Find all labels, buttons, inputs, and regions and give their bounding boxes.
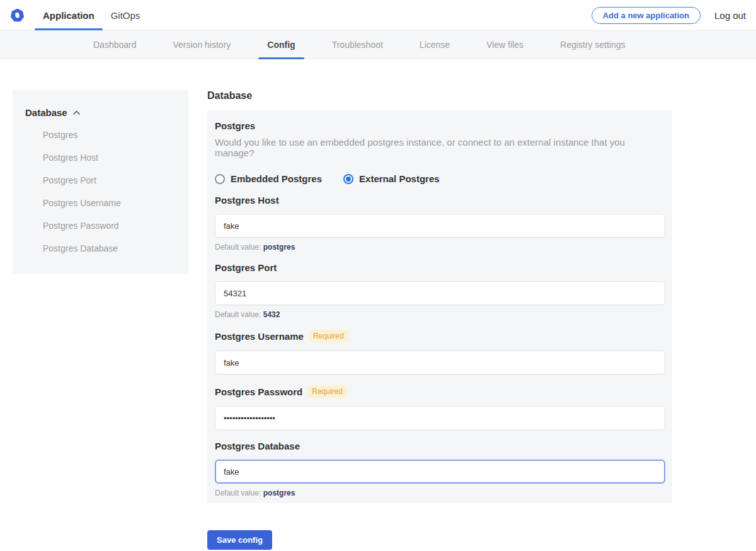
chevron-up-icon [72, 110, 81, 115]
postgres-database-default: Default value: postgres [215, 489, 665, 497]
subnav-item-troubleshoot[interactable]: Troubleshoot [332, 31, 383, 59]
required-badge: Required [307, 385, 347, 398]
postgres-database-input[interactable] [215, 460, 665, 484]
postgres-username-input[interactable] [215, 351, 665, 374]
postgres-port-input[interactable] [215, 281, 665, 305]
field-postgres-port: Postgres Port Default value: 5432 [215, 262, 665, 319]
sidebar-group-database[interactable]: Database [25, 107, 176, 118]
default-prefix: Default value: [215, 489, 261, 497]
radio-external-postgres-label: External Postgres [359, 173, 440, 184]
field-postgres-username: Postgres Username Required [215, 330, 665, 374]
postgres-password-label: Postgres Password [215, 386, 302, 397]
sidebar-item-postgres-port[interactable]: Postgres Port [38, 169, 176, 192]
sidebar-item-postgres[interactable]: Postgres [38, 124, 176, 146]
subnav-item-registry-settings[interactable]: Registry settings [560, 31, 625, 59]
postgres-radio-group: Postgres Would you like to use an embedd… [215, 120, 665, 184]
default-value: postgres [263, 243, 295, 252]
postgres-port-label: Postgres Port [215, 262, 277, 273]
config-group-card: Postgres Would you like to use an embedd… [207, 110, 672, 503]
postgres-host-label: Postgres Host [215, 195, 279, 206]
radio-external-postgres[interactable]: External Postgres [343, 173, 440, 184]
subnav-item-license[interactable]: License [420, 31, 450, 59]
postgres-database-label: Postgres Database [215, 441, 300, 451]
sidebar-item-postgres-host[interactable]: Postgres Host [38, 146, 176, 169]
replicated-logo-icon [11, 9, 24, 22]
subnav-item-view-files[interactable]: View files [486, 31, 524, 59]
sidebar-item-postgres-password[interactable]: Postgres Password [38, 214, 176, 237]
postgres-password-input[interactable] [215, 406, 665, 430]
subnav-item-version-history[interactable]: Version history [173, 31, 231, 59]
postgres-group-label: Postgres [215, 120, 665, 131]
save-config-button[interactable]: Save config [207, 530, 272, 550]
header-tabs: Application GitOps [35, 0, 148, 30]
field-postgres-password: Postgres Password Required [215, 385, 665, 430]
postgres-port-default: Default value: 5432 [215, 310, 665, 319]
postgres-help-text: Would you like to use an embedded postgr… [215, 137, 665, 158]
default-prefix: Default value: [215, 310, 261, 319]
tab-gitops[interactable]: GitOps [103, 0, 149, 30]
required-badge: Required [309, 330, 348, 342]
sidebar-group-label: Database [25, 107, 67, 118]
postgres-username-label: Postgres Username [215, 331, 304, 342]
config-sidebar: Database Postgres Postgres Host Postgres… [13, 90, 188, 274]
field-postgres-host: Postgres Host Default value: postgres [215, 195, 665, 252]
postgres-host-default: Default value: postgres [215, 243, 665, 252]
header-right: Add a new application Log out [592, 0, 756, 30]
tab-gitops-label: GitOps [111, 10, 140, 21]
radio-unselected-icon [215, 174, 225, 184]
postgres-host-input[interactable] [215, 214, 665, 238]
default-value: 5432 [263, 310, 280, 319]
config-main: Database Postgres Would you like to use … [207, 90, 672, 550]
sidebar-item-postgres-username[interactable]: Postgres Username [38, 192, 176, 214]
radio-embedded-postgres-label: Embedded Postgres [231, 173, 322, 184]
app-logo[interactable] [0, 0, 35, 30]
tab-application[interactable]: Application [35, 0, 103, 30]
app-subnav: Dashboard Version history Config Trouble… [0, 30, 756, 59]
logout-link[interactable]: Log out [714, 10, 746, 21]
postgres-options: Embedded Postgres External Postgres [215, 173, 665, 184]
subnav-item-config[interactable]: Config [267, 31, 295, 59]
default-prefix: Default value: [215, 243, 261, 252]
radio-embedded-postgres[interactable]: Embedded Postgres [215, 173, 322, 184]
default-value: postgres [263, 489, 295, 497]
radio-selected-icon [343, 174, 353, 184]
add-application-button[interactable]: Add a new application [592, 7, 701, 24]
top-header: Application GitOps Add a new application… [0, 0, 756, 30]
subnav-item-dashboard[interactable]: Dashboard [93, 31, 137, 59]
page-title: Database [207, 90, 672, 102]
config-page: Database Postgres Postgres Host Postgres… [0, 90, 756, 550]
field-postgres-database: Postgres Database Default value: postgre… [215, 441, 665, 497]
sidebar-item-postgres-database[interactable]: Postgres Database [38, 237, 176, 260]
tab-application-label: Application [43, 10, 94, 21]
